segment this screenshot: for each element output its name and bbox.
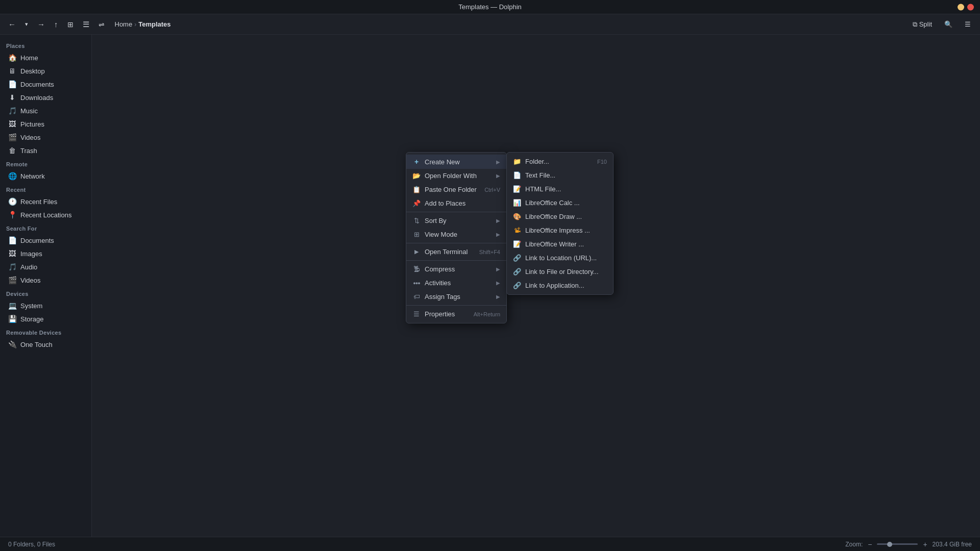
sidebar-item-label: Videos (20, 134, 41, 141)
downloads-icon: ⬇ (8, 93, 16, 102)
submenu-item-folder[interactable]: 📁 Folder... F10 (507, 155, 613, 168)
sidebar-item-label: Videos (20, 277, 41, 284)
submenu-item-lo-impress[interactable]: 📽 LibreOffice Impress ... (507, 223, 613, 237)
submenu-item-lo-calc[interactable]: 📊 LibreOffice Calc ... (507, 196, 613, 210)
sidebar-item-label: Home (20, 54, 38, 62)
close-button[interactable] (967, 4, 974, 10)
hamburger-button[interactable]: ☰ (961, 18, 975, 30)
sidebar-item-storage[interactable]: 💾 Storage (2, 312, 89, 325)
menu-item-sort-by[interactable]: ⇅ Sort By ▶ (406, 214, 506, 228)
search-audio-icon: 🎵 (8, 263, 16, 271)
list-view-button[interactable]: ☰ (80, 18, 92, 31)
link-app-icon: 🔗 (513, 282, 521, 289)
sidebar-item-pictures[interactable]: 🖼 Pictures (2, 117, 89, 131)
menu-item-assign-tags[interactable]: 🏷 Assign Tags ▶ (406, 290, 506, 304)
toolbar-right: ⧉ Split 🔍 ☰ (909, 18, 975, 31)
minimize-button[interactable] (958, 4, 964, 10)
sidebar-item-trash[interactable]: 🗑 Trash (2, 144, 89, 157)
menu-item-label: Compress (425, 265, 492, 273)
submenu-item-lo-writer[interactable]: 📝 LibreOffice Writer ... (507, 237, 613, 251)
music-icon: 🎵 (8, 107, 16, 115)
content-area[interactable]: + Create New ▶ 📂 Open Folder With ▶ 📋 Pa… (92, 35, 980, 537)
menu-separator-2 (406, 243, 506, 243)
create-new-icon: + (412, 158, 421, 166)
sidebar-item-search-images[interactable]: 🖼 Images (2, 247, 89, 260)
dropdown-button[interactable]: ▾ (22, 19, 31, 30)
videos-icon: 🎬 (8, 133, 16, 141)
sidebar-item-documents[interactable]: 📄 Documents (2, 78, 89, 91)
menu-item-shortcut: Shift+F4 (479, 249, 500, 255)
back-button[interactable]: ← (5, 18, 19, 31)
search-button[interactable]: 🔍 (940, 18, 957, 30)
sidebar-item-recent-locations[interactable]: 📍 Recent Locations (2, 208, 89, 221)
breadcrumb-home[interactable]: Home (115, 20, 133, 28)
submenu-item-link-file[interactable]: 🔗 Link to File or Directory... (507, 265, 613, 279)
storage-icon: 💾 (8, 315, 16, 323)
compress-icon: 🗜 (412, 265, 421, 273)
zoom-slider[interactable] (877, 543, 918, 545)
forward-button[interactable]: → (34, 18, 48, 31)
submenu-item-label: LibreOffice Impress ... (525, 227, 590, 234)
network-icon: 🌐 (8, 172, 16, 180)
split-button[interactable]: ⧉ Split (909, 18, 936, 31)
one-touch-icon: 🔌 (8, 340, 16, 348)
submenu-arrow: ▶ (496, 173, 500, 179)
menu-item-create-new[interactable]: + Create New ▶ (406, 155, 506, 169)
recent-files-icon: 🕐 (8, 197, 16, 206)
sidebar-item-one-touch[interactable]: 🔌 One Touch (2, 338, 89, 351)
submenu-item-text-file[interactable]: 📄 Text File... (507, 168, 613, 182)
menu-item-label: Sort By (425, 217, 492, 224)
activities-icon: ●●● (412, 281, 421, 286)
menu-item-label: Open Folder With (425, 172, 492, 180)
desktop-icon: 🖥 (8, 67, 16, 75)
submenu-arrow: ▶ (496, 294, 500, 299)
sidebar-item-search-documents[interactable]: 📄 Documents (2, 234, 89, 247)
submenu-arrow: ▶ (496, 266, 500, 272)
menu-item-paste-one-folder[interactable]: 📋 Paste One Folder Ctrl+V (406, 183, 506, 196)
path-toggle-button[interactable]: ⇌ (95, 18, 108, 31)
sidebar-item-search-videos[interactable]: 🎬 Videos (2, 273, 89, 287)
sidebar-item-label: System (20, 302, 42, 310)
submenu-item-label: Link to Location (URL)... (525, 254, 597, 262)
menu-separator-4 (406, 305, 506, 306)
menu-item-add-to-places[interactable]: 📌 Add to Places (406, 196, 506, 210)
sidebar-item-search-audio[interactable]: 🎵 Audio (2, 260, 89, 273)
pictures-icon: 🖼 (8, 120, 16, 128)
statusbar: 0 Folders, 0 Files Zoom: − + 203.4 GiB f… (0, 537, 980, 551)
breadcrumb: Home › Templates (115, 20, 906, 28)
submenu-shortcut: F10 (597, 159, 607, 165)
sidebar-item-music[interactable]: 🎵 Music (2, 104, 89, 117)
submenu-item-lo-draw[interactable]: 🎨 LibreOffice Draw ... (507, 210, 613, 223)
menu-item-view-mode[interactable]: ⊞ View Mode ▶ (406, 228, 506, 241)
sidebar-item-label: Images (20, 250, 42, 258)
titlebar-title: Templates — Dolphin (458, 3, 522, 11)
sidebar-item-label: Music (20, 107, 38, 115)
sidebar-item-recent-files[interactable]: 🕐 Recent Files (2, 195, 89, 208)
sidebar-item-videos[interactable]: 🎬 Videos (2, 131, 89, 144)
menu-item-properties[interactable]: ☰ Properties Alt+Return (406, 307, 506, 321)
folder-icon: 📁 (513, 158, 521, 165)
up-button[interactable]: ↑ (51, 18, 61, 31)
sidebar-item-label: Desktop (20, 67, 45, 75)
sidebar-section-devices: Devices (0, 287, 91, 299)
breadcrumb-separator: › (134, 21, 136, 28)
submenu-item-link-url[interactable]: 🔗 Link to Location (URL)... (507, 251, 613, 265)
sidebar-item-downloads[interactable]: ⬇ Downloads (2, 91, 89, 104)
menu-item-compress[interactable]: 🗜 Compress ▶ (406, 262, 506, 276)
sidebar-item-desktop[interactable]: 🖥 Desktop (2, 64, 89, 78)
menu-item-open-terminal[interactable]: ▶ Open Terminal Shift+F4 (406, 245, 506, 259)
grid-view-button[interactable]: ⊞ (64, 18, 77, 31)
sidebar-item-home[interactable]: 🏠 Home (2, 51, 89, 64)
link-url-icon: 🔗 (513, 254, 521, 262)
sidebar-item-network[interactable]: 🌐 Network (2, 169, 89, 183)
breadcrumb-current[interactable]: Templates (138, 20, 170, 28)
menu-item-activities[interactable]: ●●● Activities ▶ (406, 276, 506, 290)
menu-item-label: Add to Places (425, 199, 500, 207)
submenu-item-html-file[interactable]: 📝 HTML File... (507, 182, 613, 196)
menu-item-open-folder-with[interactable]: 📂 Open Folder With ▶ (406, 169, 506, 183)
home-icon: 🏠 (8, 54, 16, 62)
sidebar-item-label: Downloads (20, 94, 53, 102)
sidebar-item-system[interactable]: 💻 System (2, 299, 89, 312)
submenu-item-link-app[interactable]: 🔗 Link to Application... (507, 279, 613, 292)
menu-item-label: Assign Tags (425, 293, 492, 300)
